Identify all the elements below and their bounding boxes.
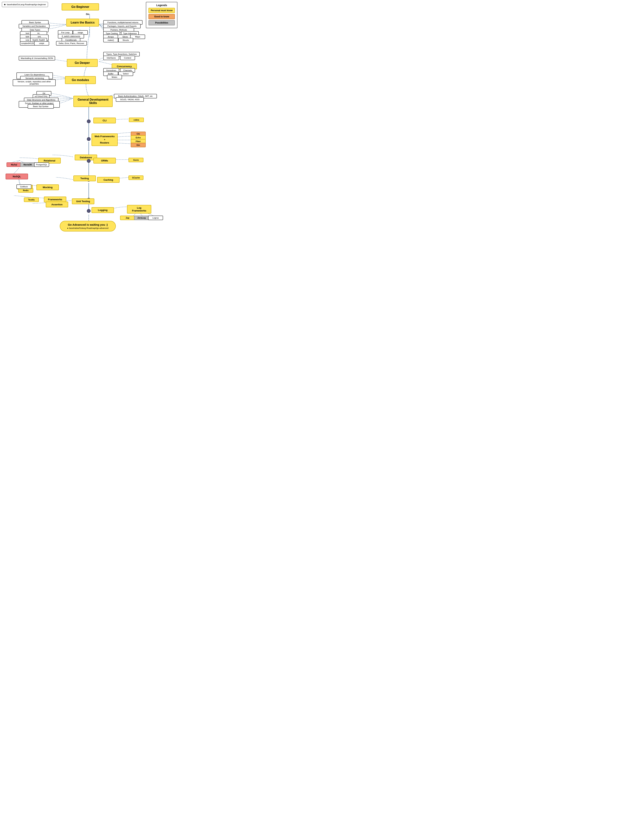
gomock: GoMock [16,184,31,189]
github-badge: ● baselrabia/GoLang-Roadmap#go-beginner [2,2,48,7]
interfaces: Interfaces [103,56,119,60]
unit-testing-node: Unit Testing [72,198,94,204]
legend-possibilities: Possibilities [148,20,175,25]
testify: Testify [24,198,39,202]
gin: Gin [131,143,146,147]
spine-circle-6 [87,209,90,213]
mutex: Mutex [107,75,122,79]
legend-panel: Legends Personal must know Good to know … [146,2,177,28]
zerolog: ZeroLog [134,216,149,220]
mocking-node: Mocking [36,184,59,190]
footer-node: Go Advanced is waiting you :) ● baselrab… [60,221,116,231]
learn-basics-node: Learn the Basics [66,19,99,26]
github-label: baselrabia/GoLang-Roadmap#go-beginner [7,3,46,6]
solid-yagni: SOLID, YAGNI, KISS [116,97,144,102]
github-icon: ● [4,3,6,6]
spine-circle-4b [87,159,90,163]
cli-node: CLI [94,118,116,123]
legend-personal: Personal must know [148,8,175,13]
make: make() [103,38,118,43]
context: Context [120,56,135,60]
type-complex: complex64/128 [20,41,35,46]
gcache: GCache [128,175,143,180]
main-title: Go Beginner [62,3,99,10]
spine-circle-3 [87,137,90,141]
legend-title: Legends [148,4,175,7]
postgresql: PostgreSQL [34,162,49,167]
logging-node: Logging [92,207,114,213]
assertion-node: Assertion [46,201,68,207]
go-deeper-node: Go Deeper [67,59,98,67]
cobra: cobra [129,118,144,122]
zap: Zap [120,216,135,220]
go-modules-node: Go modules [65,76,96,84]
defer-error: Defer, Error, Panic, Recover [56,41,87,46]
sql-syntax: Basic Sql Syntax [28,104,54,109]
orms-node: ORMs [94,158,116,164]
footer-github: ● baselrabia/Golang-Roadmap#go-advanced [64,227,112,229]
spine-circle-2 [87,120,90,123]
web-frameworks-node: Web Frameworks + Routers [92,133,118,146]
structs: Structs [118,38,133,43]
marshalling: Marshalling & Unmarshalling JSON [19,56,55,61]
version-scripts: Version, scripts, repository and other p… [13,79,56,86]
mariadb: MariaDB [20,162,35,167]
log-frameworks-node: Log Frameworks [127,205,151,214]
general-dev-node: General Development Skills [73,96,113,107]
testing-node: Testing [73,175,96,181]
type-uintptr: uintptr [34,41,49,46]
mysql: MySql [7,162,21,167]
logrus: Logrus [148,216,163,220]
footer-text: Go Advanced is waiting you :) [64,223,112,226]
go-label: Go [86,13,89,15]
legend-good: Good to know [148,14,175,19]
footer-github-icon: ● [67,227,68,229]
nosql-node: NoSQL [6,174,28,179]
gorm: Gorm [128,158,143,162]
caching-node: Caching [97,177,120,183]
